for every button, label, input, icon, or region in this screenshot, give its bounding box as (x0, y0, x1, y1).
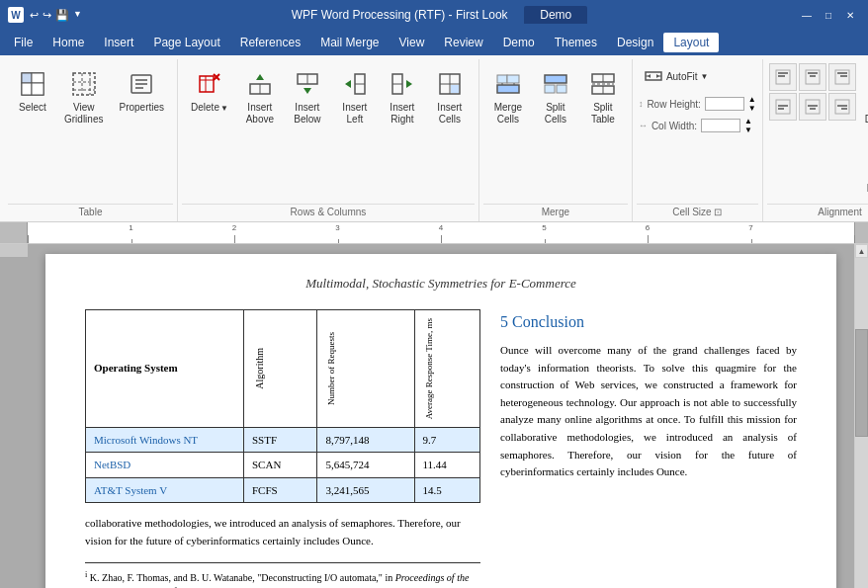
menu-insert[interactable]: Insert (94, 33, 143, 52)
select-button[interactable]: Select (10, 63, 55, 119)
right-column: 5 Conclusion Ounce will overcome many of… (500, 309, 797, 589)
table-row: NetBSD SCAN 5,645,724 11.44 (86, 453, 480, 478)
demo-tab[interactable]: Demo (524, 6, 587, 24)
undo-icon[interactable]: ↩ (30, 9, 39, 22)
view-gridlines-button[interactable]: ViewGridlines (57, 63, 110, 130)
menu-home[interactable]: Home (43, 33, 94, 52)
insert-cells-button[interactable]: InsertCells (427, 63, 473, 130)
page-title: Multimodal, Stochastic Symmetries for E-… (85, 274, 797, 294)
menu-design[interactable]: Design (607, 33, 663, 52)
svg-rect-3 (22, 83, 32, 95)
menu-review[interactable]: Review (434, 33, 492, 52)
scrollbar-track[interactable] (855, 258, 868, 588)
merge-group-label: Merge (483, 204, 628, 221)
align-top-center-button[interactable] (799, 63, 826, 91)
footnotes: i K. Zhao, F. Thomas, and B. U. Watanabe… (85, 562, 480, 588)
page-container: Multimodal, Stochastic Symmetries for E-… (28, 244, 854, 588)
col-width-input[interactable] (701, 119, 740, 132)
align-middle-center-button[interactable] (799, 93, 826, 121)
maximize-button[interactable]: □ (819, 5, 838, 25)
split-cells-icon (540, 68, 571, 100)
split-table-button[interactable]: SplitTable (580, 63, 626, 130)
table-group-content: Select ViewGridlines (8, 59, 173, 202)
scroll-area[interactable]: Multimodal, Stochastic Symmetries for E-… (28, 244, 854, 588)
right-scrollbar[interactable]: ▲ ▼ (854, 244, 868, 588)
delete-button[interactable]: Delete ▼ (184, 63, 235, 119)
cell-os-1: Microsoft Windows NT (86, 427, 244, 453)
ruler-left-margin (0, 222, 28, 243)
ribbon: Select ViewGridlines (0, 55, 868, 222)
data-table: Operating System Algorithm Number of Req… (85, 309, 480, 504)
section-heading: 5 Conclusion (500, 309, 797, 335)
svg-rect-37 (497, 85, 519, 93)
menu-view[interactable]: View (390, 33, 435, 52)
cell-os-3: AT&T System V (86, 477, 244, 503)
autofit-dropdown[interactable]: ▼ (701, 72, 709, 81)
save-icon[interactable]: 💾 (55, 9, 69, 22)
col-header-algorithm: Algorithm (244, 309, 317, 427)
insert-above-label: InsertAbove (246, 102, 274, 126)
insert-left-icon (339, 68, 371, 100)
split-cells-button[interactable]: SplitCells (533, 63, 578, 130)
menu-references[interactable]: References (230, 33, 310, 52)
row-height-input[interactable] (705, 97, 744, 111)
insert-below-button[interactable]: InsertBelow (285, 63, 330, 130)
insert-below-icon (292, 68, 323, 100)
quick-access-toolbar: ↩ ↪ 💾 ▼ (30, 9, 82, 22)
align-top-right-button[interactable] (828, 63, 856, 91)
cell-resp-3: 14.5 (414, 477, 479, 503)
insert-left-button[interactable]: InsertLeft (332, 63, 378, 130)
select-label: Select (19, 102, 46, 114)
insert-above-button[interactable]: InsertAbove (237, 63, 283, 130)
insert-right-button[interactable]: InsertRight (380, 63, 425, 130)
svg-rect-4 (32, 83, 43, 95)
select-icon (17, 68, 48, 100)
align-middle-left-button[interactable] (769, 93, 797, 121)
menu-page-layout[interactable]: Page Layout (143, 33, 229, 52)
ribbon-content: Select ViewGridlines (0, 55, 868, 221)
col-width-control: ↔ Col Width: ▲▼ (639, 117, 752, 134)
dropdown-icon[interactable]: ▼ (73, 9, 82, 22)
cell-resp-1: 9.7 (414, 427, 479, 453)
menu-bar: File Home Insert Page Layout References … (0, 30, 868, 55)
table-row: Microsoft Windows NT SSTF 8,797,148 9.7 (86, 427, 480, 453)
cell-req-1: 8,797,148 (317, 427, 414, 453)
col-width-spinner-up[interactable]: ▲▼ (744, 117, 752, 134)
cell-alg-2: SCAN (244, 453, 317, 478)
minimize-button[interactable]: — (797, 5, 817, 25)
menu-layout[interactable]: Layout (663, 33, 719, 52)
main-area: Multimodal, Stochastic Symmetries for E-… (0, 244, 868, 588)
properties-button[interactable]: Properties (112, 63, 171, 119)
document-page: Multimodal, Stochastic Symmetries for E-… (45, 254, 836, 588)
menu-mail-merge[interactable]: Mail Merge (310, 33, 389, 52)
col-header-os: Operating System (86, 309, 244, 427)
cell-margins-button[interactable]: CellMargins (858, 132, 868, 200)
scrollbar-thumb[interactable] (855, 329, 868, 437)
redo-icon[interactable]: ↪ (43, 9, 51, 22)
autofit-button[interactable]: AutoFit ▼ (639, 63, 718, 89)
text-direction-button[interactable]: A TextDirection (858, 63, 868, 130)
insert-above-icon (244, 68, 276, 100)
window-title: WPF Word Processing (RTF) - First Look D… (82, 8, 797, 22)
ribbon-group-merge: MergeCells SplitCells (479, 59, 633, 221)
svg-rect-34 (451, 85, 459, 93)
scroll-up-button[interactable]: ▲ (855, 244, 868, 258)
menu-file[interactable]: File (4, 33, 43, 52)
split-cells-label: SplitCells (545, 102, 566, 126)
ribbon-group-table: Select ViewGridlines (4, 59, 178, 221)
merge-cells-button[interactable]: MergeCells (485, 63, 531, 130)
cell-resp-2: 11.44 (414, 453, 479, 478)
insert-right-icon (387, 68, 418, 100)
align-top-left-button[interactable] (769, 63, 797, 91)
properties-label: Properties (119, 102, 164, 114)
svg-marker-21 (256, 74, 264, 80)
cell-size-group-label: Cell Size ⊡ (637, 204, 758, 221)
menu-themes[interactable]: Themes (545, 33, 607, 52)
menu-demo[interactable]: Demo (493, 33, 545, 52)
align-middle-right-button[interactable] (828, 93, 856, 121)
row-height-control: ↕ Row Height: ▲▼ (639, 95, 756, 113)
row-height-spinner-up[interactable]: ▲▼ (748, 95, 756, 113)
close-button[interactable]: ✕ (840, 5, 860, 25)
cell-alg-1: SSTF (244, 427, 317, 453)
alignment-grid (769, 63, 856, 121)
